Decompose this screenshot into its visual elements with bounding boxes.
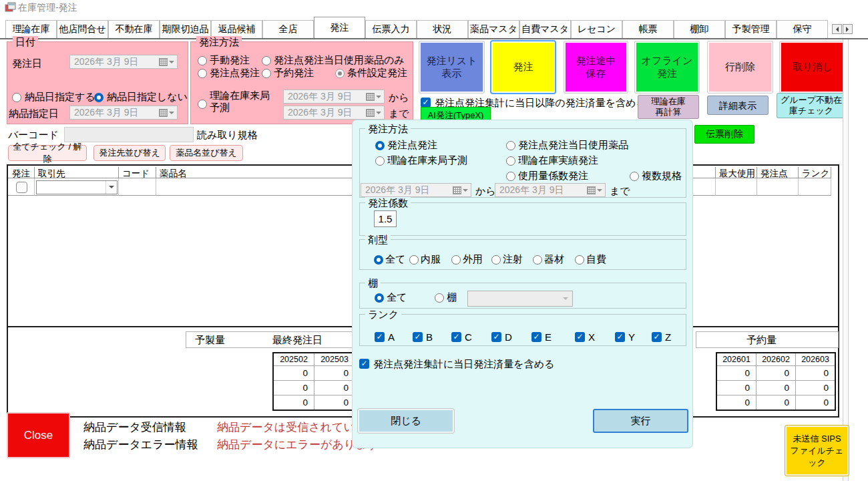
- dialog-usage-coefficient-radio[interactable]: [506, 172, 515, 181]
- rank-checkbox-c[interactable]: [451, 332, 461, 342]
- dialog-visit-forecast-radio[interactable]: [375, 156, 385, 166]
- rank-checkbox-x[interactable]: [575, 332, 585, 342]
- order-coefficient-input[interactable]: 1.5: [374, 210, 397, 227]
- theoretical-forecast-radio[interactable]: [198, 100, 207, 109]
- order-list-display-button[interactable]: 発注リスト 表示: [419, 41, 484, 93]
- barcode-input[interactable]: [64, 127, 194, 142]
- dialog-multi-standard-radio[interactable]: [630, 172, 639, 181]
- window-title: 在庫管理-発注: [18, 2, 77, 14]
- point-same-day-radio[interactable]: [262, 56, 271, 65]
- offline-order-button[interactable]: オフライン 発注: [635, 41, 699, 93]
- delivery-date-specify-radio[interactable]: [12, 93, 21, 102]
- supplier-sort-button[interactable]: 発注先並び替え: [93, 145, 166, 161]
- rank-checkbox-a[interactable]: [375, 332, 385, 342]
- chevron-down-icon: [169, 61, 174, 66]
- reserve-order-radio[interactable]: [262, 69, 271, 78]
- tab-item[interactable]: 帳票: [622, 20, 674, 38]
- tab-item[interactable]: 返品候補: [211, 20, 262, 38]
- rank-label-y: Y: [628, 331, 635, 343]
- forecast-to-date-picker[interactable]: 2026年 3月 9日: [283, 106, 385, 120]
- tab-item[interactable]: 他店問合せ: [57, 20, 108, 38]
- detail-display-button[interactable]: 詳細表示: [707, 96, 769, 115]
- delivery-date-value: 2026年 3月 9日: [74, 107, 159, 119]
- dosage-all-radio[interactable]: [374, 255, 383, 265]
- chevron-down-icon: [376, 96, 381, 101]
- dialog-order-point-radio[interactable]: [375, 141, 385, 150]
- tab-scroll-left-button[interactable]: [832, 24, 842, 34]
- chevron-down-icon: [169, 112, 174, 117]
- sips-file-check-button[interactable]: 未送信 SIPS ファイルチェック: [785, 426, 849, 476]
- dosage-external-radio[interactable]: [451, 255, 461, 265]
- drug-sort-label: 薬品名並び替え: [176, 147, 237, 159]
- rank-checkbox-e[interactable]: [531, 332, 541, 342]
- tab-item[interactable]: 棚卸: [674, 20, 725, 38]
- dialog-method-title: 発注方法: [365, 123, 411, 136]
- manual-order-radio[interactable]: [198, 56, 207, 65]
- rank-checkbox-z[interactable]: [652, 332, 662, 342]
- cancel-button[interactable]: 取り消し: [780, 41, 845, 93]
- dosage-self-pay-radio[interactable]: [575, 255, 584, 265]
- dialog-actual-order-radio[interactable]: [506, 156, 515, 166]
- quantity-cell: 0: [273, 395, 314, 411]
- shelf-all-label: 全て: [387, 291, 407, 304]
- delivery-date-label: 納品指定日: [9, 108, 59, 120]
- dosage-self-pay-radio-label: 自費: [586, 253, 606, 266]
- delivery-date-picker[interactable]: 2026年 3月 9日: [69, 106, 178, 120]
- rank-checkbox-y[interactable]: [615, 332, 625, 342]
- dosage-injection-radio[interactable]: [491, 255, 501, 265]
- supplier-combobox[interactable]: [36, 180, 118, 194]
- tab-item[interactable]: 全店: [262, 20, 314, 38]
- dialog-point-same-day-radio[interactable]: [506, 141, 515, 150]
- check-all-toggle-button[interactable]: 全てチェック / 解除: [8, 145, 87, 161]
- quantity-cell: 0: [796, 381, 836, 395]
- tab-item[interactable]: 予製管理: [725, 20, 777, 38]
- tab-item[interactable]: 期限切迫品: [160, 20, 211, 38]
- forecast-from-date-picker[interactable]: 2026年 3月 9日: [283, 90, 385, 104]
- tab-scroll-right-button[interactable]: [843, 24, 853, 34]
- month-column-header: 202602: [756, 353, 796, 366]
- tab-item[interactable]: 伝票入力: [365, 20, 417, 38]
- quantity-cell: 0: [314, 395, 356, 411]
- shelf-select-radio[interactable]: [435, 293, 444, 303]
- delivery-date-no-specify-radio[interactable]: [94, 93, 103, 102]
- calendar-icon: [366, 109, 375, 117]
- tab-item[interactable]: 不動在庫: [108, 20, 160, 38]
- close-label: Close: [24, 429, 53, 442]
- group-dead-stock-check-button[interactable]: グループ不動在 庫チェック: [777, 93, 846, 118]
- dialog-close-button[interactable]: 閉じる: [358, 409, 454, 433]
- reserve-month-table: 202601202602202603000000000: [716, 352, 836, 411]
- dialog-include-checkbox[interactable]: [359, 359, 369, 369]
- tab-item[interactable]: 自費マスタ: [519, 20, 571, 38]
- rank-checkbox-d[interactable]: [491, 332, 501, 342]
- tab-divider: [0, 38, 868, 39]
- close-button[interactable]: Close: [7, 412, 70, 458]
- dosage-equipment-radio[interactable]: [533, 255, 542, 265]
- condition-order-radio[interactable]: [335, 69, 345, 78]
- recalc-theoretical-stock-button[interactable]: 理論在庫 再計算: [638, 95, 699, 119]
- dosage-internal-radio[interactable]: [409, 255, 419, 265]
- rank-checkbox-b[interactable]: [413, 332, 423, 342]
- tab-item[interactable]: 保守: [777, 20, 828, 38]
- barcode-label: バーコード: [8, 129, 59, 142]
- slip-delete-button[interactable]: 伝票削除: [694, 125, 754, 144]
- order-button[interactable]: 発注: [491, 41, 555, 93]
- tab-item[interactable]: 状況: [417, 20, 468, 38]
- tab-item[interactable]: 薬品マスタ: [468, 20, 519, 38]
- quantity-cell: 0: [716, 366, 756, 381]
- shelf-dropdown[interactable]: [467, 291, 573, 307]
- drug-name-sort-button[interactable]: 薬品名並び替え: [170, 145, 243, 161]
- tab-item[interactable]: 発注: [314, 17, 365, 38]
- point-order-radio[interactable]: [198, 69, 207, 78]
- order-partial-save-button[interactable]: 発注途中 保存: [564, 41, 628, 93]
- dialog-to-date-picker[interactable]: 2026年 3月 9日: [495, 183, 606, 197]
- include-today-checkbox[interactable]: [421, 98, 431, 108]
- shelf-all-radio[interactable]: [375, 293, 384, 303]
- tab-item[interactable]: レセコン: [571, 20, 622, 38]
- order-date-picker[interactable]: 2026年 3月 9日: [69, 55, 178, 69]
- dialog-coefficient-title: 発注係数: [365, 197, 411, 210]
- tab-item[interactable]: 理論在庫: [5, 20, 57, 38]
- row-order-checkbox[interactable]: [16, 182, 27, 193]
- row-delete-button[interactable]: 行削除: [708, 41, 773, 93]
- dialog-run-button[interactable]: 実行: [593, 409, 688, 433]
- dialog-from-date-picker[interactable]: 2026年 3月 9日: [361, 183, 471, 197]
